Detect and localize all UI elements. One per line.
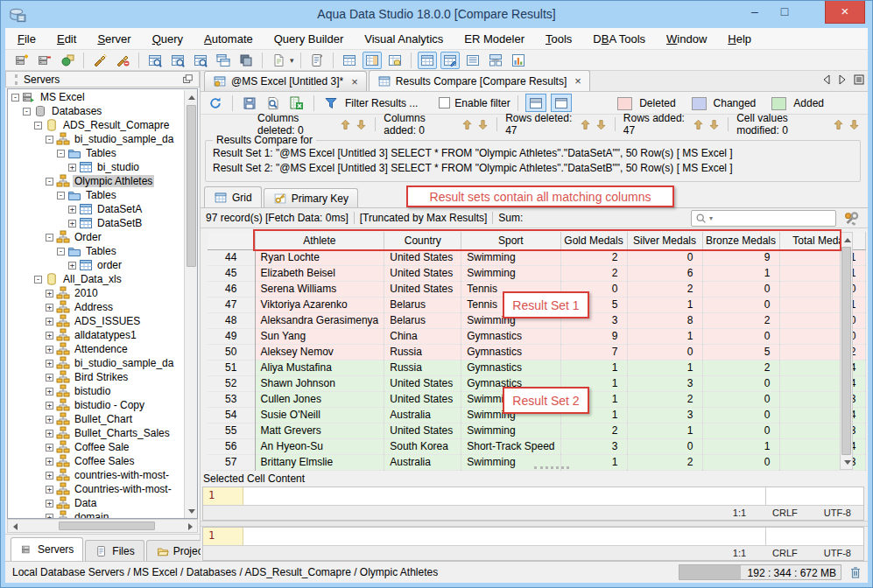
refresh-button[interactable] <box>206 94 225 112</box>
next-diff-icon[interactable] <box>595 119 607 130</box>
filter-button[interactable] <box>321 94 341 112</box>
menu-tools[interactable]: Tools <box>546 32 572 46</box>
tree-item-bistudio-copy[interactable]: +bistudio - Copy <box>8 398 183 412</box>
filter-results-label[interactable]: Filter Results ... <box>345 97 418 109</box>
tree-expander[interactable]: - <box>34 122 42 130</box>
prev-diff-icon[interactable] <box>461 119 473 130</box>
cell[interactable]: Viktoriya Azarenko <box>255 297 384 312</box>
cell[interactable]: 6 <box>627 265 702 281</box>
tree-item-bird-strikes[interactable]: +Bird Strikes <box>8 370 183 384</box>
cell[interactable]: 2 <box>627 281 702 297</box>
toolbar-flush-cache-button[interactable] <box>90 52 109 69</box>
toolbar-grid-view-button[interactable] <box>418 52 437 69</box>
cell[interactable]: United States <box>384 391 461 407</box>
dropdown-caret-icon[interactable]: ▾ <box>290 56 294 65</box>
column-header-silver-medals[interactable]: Silver Medals <box>627 232 702 249</box>
cell[interactable]: Ryan Lochte <box>255 249 384 265</box>
toolbar-results-grid-button[interactable] <box>340 52 359 69</box>
toolbar-stacked-results-button[interactable] <box>236 52 256 69</box>
cell[interactable]: Aleksandra Gerasimenya <box>255 312 384 328</box>
cell[interactable]: 1 <box>560 454 627 470</box>
cell[interactable]: 0 <box>702 454 779 470</box>
menu-server[interactable]: Server <box>97 32 130 46</box>
tree-item-countries-with-most-[interactable]: +countries-with-most- <box>8 468 183 482</box>
table-row[interactable]: 51Aliya MustafinaRussiaGymnastics1124 <box>208 360 865 375</box>
toolbar-query-text-button[interactable] <box>191 52 210 69</box>
prev-diff-icon[interactable] <box>340 119 351 130</box>
sidebar-tab-files[interactable]: Files <box>85 540 144 561</box>
cell[interactable]: 1 <box>702 265 779 281</box>
cell[interactable]: 1 <box>627 328 702 344</box>
next-diff-icon[interactable] <box>356 119 367 130</box>
tree-expander[interactable]: + <box>46 346 53 354</box>
export-excel-button[interactable] <box>287 94 306 112</box>
tab-close-icon[interactable]: × <box>574 74 581 88</box>
prev-diff-icon[interactable] <box>580 119 591 130</box>
cell[interactable]: 0 <box>702 375 779 391</box>
cell[interactable]: 8 <box>627 312 702 328</box>
grid-options-button[interactable] <box>841 210 861 228</box>
tree-expander[interactable]: + <box>46 486 53 494</box>
tree-expander[interactable]: + <box>46 472 53 480</box>
menu-visual-analytics[interactable]: Visual Analytics <box>364 32 443 46</box>
tree-item-ads-issues[interactable]: +ADS_ISSUES <box>8 314 183 328</box>
cell[interactable]: Swimming <box>461 391 560 407</box>
cell[interactable]: 2 <box>560 265 627 281</box>
editor-text-area[interactable] <box>243 487 765 505</box>
tree-expander[interactable]: - <box>11 94 19 102</box>
cell[interactable]: Cullen Jones <box>255 391 384 407</box>
cell[interactable]: 5 <box>560 297 627 312</box>
tree-vertical-scrollbar[interactable] <box>184 90 197 518</box>
tree-expander[interactable]: - <box>23 108 31 116</box>
tree-item-alldatatypes1[interactable]: +alldatatypes1 <box>8 328 183 342</box>
tree-expander[interactable]: + <box>46 402 53 410</box>
next-diff-icon[interactable] <box>477 119 489 130</box>
cell[interactable]: Matt Grevers <box>255 423 384 438</box>
cell[interactable]: Russia <box>384 360 461 375</box>
cell[interactable]: 2 <box>560 423 627 438</box>
toolbar-query-windows-button[interactable] <box>214 52 233 69</box>
cell[interactable]: 3 <box>627 407 702 423</box>
prev-diff-icon[interactable] <box>833 119 844 130</box>
grid-vertical-scrollbar[interactable] <box>840 232 853 470</box>
cell[interactable]: 7 <box>560 344 627 360</box>
tree-item-address[interactable]: +Address <box>8 300 183 314</box>
cell[interactable]: 0 <box>560 281 627 297</box>
cell[interactable]: Gymnastics <box>461 328 560 344</box>
tree-item-tables[interactable]: -Tables <box>8 146 183 160</box>
menu-help[interactable]: Help <box>728 32 751 46</box>
splitter-handle[interactable] <box>534 466 569 469</box>
split-vertical-toggle[interactable] <box>551 94 572 112</box>
menu-automate[interactable]: Automate <box>204 32 253 46</box>
toolbar-connect-server-button[interactable] <box>58 52 77 69</box>
cell[interactable]: 1 <box>560 407 627 423</box>
cell[interactable]: 1 <box>560 391 627 407</box>
column-header-sport[interactable]: Sport <box>461 232 560 249</box>
tree-item-all-data-xls[interactable]: -All_Data_xls <box>8 272 183 286</box>
tree-expander[interactable]: - <box>46 136 53 144</box>
tree-item-attendence[interactable]: +Attendence <box>8 342 183 356</box>
tree-expander[interactable]: + <box>46 374 53 382</box>
cell[interactable]: 1 <box>560 360 627 375</box>
tree-item-tables[interactable]: -Tables <box>8 188 183 202</box>
menu-edit[interactable]: Edit <box>57 32 76 46</box>
tab-scroll-left-icon[interactable] <box>822 74 831 85</box>
table-row[interactable]: 44Ryan LochteUnited StatesSwimming20911 <box>208 249 865 265</box>
tree-expander[interactable]: - <box>46 178 53 186</box>
close-button[interactable]: × <box>825 1 865 24</box>
cell[interactable]: Elizabeth Beisel <box>255 265 384 281</box>
cell[interactable]: 0 <box>627 344 702 360</box>
cell[interactable]: 0 <box>702 407 779 423</box>
cell[interactable]: 0 <box>702 281 779 297</box>
tree-item-domain[interactable]: +domain <box>8 510 183 518</box>
sidebar-tab-servers[interactable]: Servers <box>11 537 83 561</box>
toolbar-list-view-button[interactable] <box>463 52 482 69</box>
garbage-collect-button[interactable] <box>847 564 864 581</box>
cell[interactable]: 1 <box>702 438 779 454</box>
cell[interactable]: 0 <box>627 438 702 454</box>
cell[interactable]: 0 <box>702 391 779 407</box>
cell[interactable]: 0 <box>627 249 702 265</box>
cell[interactable]: 0 <box>702 328 779 344</box>
cell[interactable]: Aleksey Nemov <box>255 344 384 360</box>
tree-item-ads-result-comapre[interactable]: -ADS_Result_Comapre <box>8 118 183 132</box>
